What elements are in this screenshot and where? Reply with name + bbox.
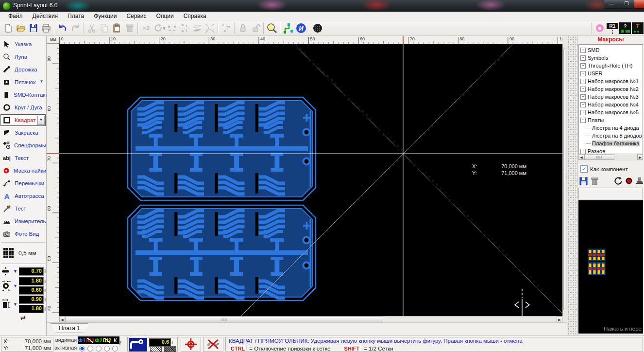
smd-size-value-1[interactable]: 1.80 — [19, 305, 44, 313]
toolbar-redo-button[interactable] — [69, 22, 82, 35]
macro-name-box[interactable] — [578, 188, 643, 199]
tree-scroll-right-arrow[interactable]: ▶ — [637, 154, 643, 160]
toolbar-cut-button[interactable] — [85, 22, 98, 35]
pad-size-value-1[interactable]: 0.60 — [19, 286, 44, 295]
crosshair-snap-button[interactable] — [181, 337, 201, 352]
tool-test[interactable]: Тест — [0, 202, 46, 215]
tool-track[interactable]: Дорожка — [0, 63, 46, 76]
toolbar-r1-button[interactable]: R1 — [606, 22, 619, 35]
tree-item-7[interactable]: +Набор макросов №4 — [579, 101, 643, 108]
expand-icon[interactable]: + — [580, 79, 586, 84]
toolbar-zoom-button[interactable] — [266, 22, 278, 35]
expand-icon[interactable]: + — [580, 48, 586, 53]
toolbar-connections-button[interactable] — [282, 22, 295, 35]
expand-icon[interactable]: + — [580, 63, 586, 69]
menu-item-0[interactable]: Файл — [4, 12, 27, 20]
layer-active-radio-5[interactable] — [111, 345, 119, 352]
layer-visible-4[interactable]: Ш2 — [103, 337, 111, 343]
toolbar-help-button[interactable]: ? — [619, 22, 631, 35]
layer-visible-2[interactable]: Ш1 — [86, 337, 94, 343]
tool-autoroute[interactable]: AАвтотрасса — [0, 190, 46, 202]
toolbar-open-button[interactable] — [15, 22, 27, 35]
tool-smd[interactable]: SMD-Контакт — [0, 88, 46, 101]
menu-item-5[interactable]: Опции — [152, 12, 178, 20]
tool-square-dropdown[interactable]: ▼ — [37, 116, 45, 125]
tree-item-5[interactable]: +Набор макросов №2 — [579, 85, 643, 93]
tool-measure[interactable]: Измеритель — [0, 215, 46, 228]
close-button[interactable] — [634, 0, 644, 9]
toolbar-flip-layer-button[interactable] — [191, 22, 203, 35]
menu-item-6[interactable]: Справка — [179, 12, 211, 20]
tree-item-0[interactable]: +SMD — [579, 46, 643, 54]
rotate-macro-button[interactable] — [613, 176, 622, 185]
toolbar-save-button[interactable] — [27, 22, 40, 35]
board-tab[interactable]: Плата 1 — [51, 323, 88, 333]
tree-item-13[interactable]: +Разное — [579, 147, 643, 154]
tree-scroll-left-arrow[interactable]: ◀ — [578, 154, 584, 160]
layer-active-radio-1[interactable] — [78, 345, 86, 352]
toolbar-paste-button[interactable] — [111, 22, 123, 35]
swap-values-button[interactable]: ⇄ — [0, 314, 46, 321]
as-component-checkbox[interactable]: ✓ — [580, 165, 588, 173]
hatch-dark-button[interactable] — [164, 346, 176, 352]
expand-icon[interactable]: + — [580, 94, 586, 100]
toolbar-test-points-button[interactable]: T — [631, 22, 644, 35]
toolbar-x2-button[interactable]: ×2 — [140, 22, 153, 35]
tree-item-10[interactable]: Люстра на 4 диода — [579, 124, 643, 132]
collapse-icon[interactable]: − — [580, 118, 586, 123]
stamp-macro-button[interactable] — [636, 176, 644, 185]
tree-scroll-track[interactable] — [614, 154, 637, 161]
toolbar-raster-button[interactable] — [311, 22, 324, 35]
param-dropdown-arrow[interactable]: ▼ — [13, 302, 17, 307]
tool-pad[interactable]: Пятачок▼ — [0, 76, 46, 88]
layer-active-radio-4[interactable] — [103, 345, 111, 352]
layer-visible-1[interactable]: Ф1 — [78, 337, 86, 343]
tool-cursor[interactable]: Указка — [0, 38, 46, 51]
menu-item-1[interactable]: Действия — [28, 12, 63, 20]
panel-splitter[interactable] — [567, 36, 577, 335]
toolbar-new-button[interactable] — [2, 22, 15, 35]
layer-active-radio-2[interactable] — [86, 345, 94, 352]
smd-size-value-0[interactable]: 0.90 — [19, 296, 44, 304]
tool-jumper[interactable]: Перемычки — [0, 177, 46, 190]
track-width-field[interactable]: 0.6‖ — [149, 338, 172, 347]
toolbar-route-button[interactable] — [220, 22, 233, 35]
minimize-button[interactable]: — — [604, 0, 619, 9]
grid-setting[interactable]: 0,5 мм — [0, 245, 46, 262]
tree-scroll-thumb[interactable]: ‖‖‖ — [584, 154, 614, 160]
delete-macro-button[interactable] — [591, 177, 599, 185]
hscroll-right-arrow[interactable]: ▶ — [557, 317, 562, 322]
menu-item-2[interactable]: Плата — [63, 12, 88, 20]
menu-item-4[interactable]: Сервис — [122, 12, 151, 20]
hscroll-thumb[interactable]: ‖‖‖ — [65, 317, 383, 322]
maximize-button[interactable]: ❐ — [619, 0, 634, 9]
track-mode-icon[interactable] — [129, 338, 147, 352]
menu-item-3[interactable]: Функции — [89, 12, 121, 20]
pad-size-value-0[interactable]: 1.80 — [19, 277, 44, 285]
tree-item-6[interactable]: +Набор макросов №3 — [579, 93, 643, 101]
param-dropdown-arrow[interactable]: ▼ — [13, 269, 17, 274]
tool-photo[interactable]: Фото Вид — [0, 228, 46, 240]
expand-icon[interactable]: + — [580, 55, 586, 61]
tool-text[interactable]: ab|Текст — [0, 152, 46, 164]
rubberband-off-button[interactable] — [203, 337, 223, 352]
toolbar-undo-button[interactable] — [56, 22, 69, 35]
toolbar-align-button[interactable] — [203, 22, 216, 35]
toolbar-lock-button[interactable] — [237, 22, 249, 35]
pcb-canvas[interactable]: X:70,000 мм Y:71,000 мм — [59, 44, 562, 316]
toolbar-copy-button[interactable] — [98, 22, 111, 35]
expand-icon[interactable]: + — [580, 149, 586, 154]
expand-icon[interactable]: + — [580, 110, 586, 115]
tree-item-9[interactable]: −Платы — [579, 116, 643, 124]
hatch-light-button[interactable] — [150, 346, 162, 352]
toolbar-rotate-button[interactable] — [153, 22, 165, 35]
save-macro-button[interactable] — [579, 177, 588, 185]
canvas-horizontal-scrollbar[interactable]: ◀ ‖‖‖ ▶ — [59, 316, 562, 322]
layer-help-question[interactable]: ? — [119, 340, 121, 346]
tree-item-1[interactable]: +Symbols — [579, 54, 643, 62]
tool-circle[interactable]: Круг / Дуга — [0, 101, 46, 114]
track-width-value-0[interactable]: 0.70 — [19, 267, 44, 276]
macro-preview[interactable]: Нажать и пере — [578, 200, 643, 334]
toolbar-mirror-h-button[interactable] — [166, 22, 178, 35]
layer-visible-3[interactable]: Ф2 — [94, 337, 102, 343]
